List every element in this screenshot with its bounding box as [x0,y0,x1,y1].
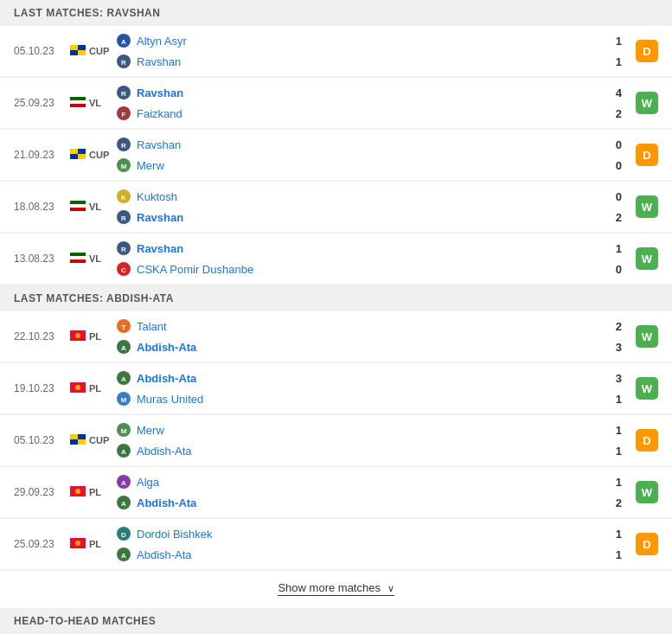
team-logo-away: C [116,261,131,277]
svg-text:M: M [121,163,127,170]
svg-text:A: A [121,375,126,383]
team-logo-away: F [116,106,131,121]
team-row-home[interactable]: A Altyn Asyr [116,31,589,50]
team-row-home[interactable]: A Alga [116,472,589,491]
team-row-home[interactable]: R Ravshan [116,239,589,258]
teams-column: T Talant A Abdish-Ata [116,317,589,356]
team-row-away[interactable]: F Faizkand [116,104,589,123]
chevron-down-icon: ∨ [387,583,394,593]
svg-rect-8 [70,100,86,104]
result-badge: W [636,195,658,218]
team-logo-home: A [116,474,131,490]
scores-column: 0 0 [596,135,622,175]
teams-column: R Ravshan M Merw [116,135,589,175]
match-row: 25.09.23 PL D Dordoi Bishkek A Abdish-At… [0,519,672,571]
team-row-home[interactable]: K Kuktosh [116,187,589,206]
svg-point-42 [75,385,80,390]
team-row-home[interactable]: R Ravshan [116,135,589,154]
league-label: CUP [89,435,109,445]
league-flag-icon [70,45,86,58]
team-row-away[interactable]: C CSKA Pomir Dushanbe [116,259,589,279]
team-name-away[interactable]: Abdish-Ata [137,496,196,509]
team-logo-away: A [116,495,131,510]
team-row-home[interactable]: M Merw [116,420,589,439]
match-row-inner: 21.09.23 CUP R Ravshan M Merw [0,130,672,181]
scores-column: 2 3 [596,317,622,356]
team-row-home[interactable]: R Ravshan [116,83,589,102]
svg-rect-15 [78,154,86,159]
team-name-away[interactable]: CSKA Pomir Dushanbe [137,263,253,276]
team-row-away[interactable]: A Abdish-Ata [116,493,589,512]
score-home: 2 [596,317,622,336]
score-away: 2 [596,493,622,512]
team-name-away[interactable]: Abdish-Ata [137,445,192,458]
svg-rect-16 [70,149,78,154]
team-row-away[interactable]: A Abdish-Ata [116,545,589,564]
match-row: 05.10.23 CUP A Altyn Asyr R Ravshan [0,26,672,78]
team-name-home[interactable]: Ravshan [137,138,181,151]
teams-column: A Alga A Abdish-Ata [116,472,589,512]
team-name-home[interactable]: Ravshan [137,242,183,255]
team-name-home[interactable]: Merw [137,424,164,437]
team-name-home[interactable]: Ravshan [137,86,183,99]
show-more-link[interactable]: Show more matches ∨ [278,581,394,596]
team-name-away[interactable]: Merw [137,159,164,172]
team-row-away[interactable]: A Abdish-Ata [116,337,589,356]
scores-column: 1 2 [596,472,622,512]
team-logo-away: R [116,54,131,69]
league-flag-icon [70,253,86,266]
show-more-container[interactable]: Show more matches ∨ [0,571,672,605]
result-badge: W [636,247,658,270]
team-row-away[interactable]: M Muras United [116,389,589,408]
team-row-home[interactable]: D Dordoi Bishkek [116,524,589,543]
teams-scores: D Dordoi Bishkek A Abdish-Ata 1 1 D [116,524,658,564]
svg-text:A: A [121,344,126,352]
match-date: 25.09.23 [14,97,70,109]
team-row-home[interactable]: T Talant [116,317,589,336]
scores-column: 1 1 [596,31,622,71]
team-row-away[interactable]: R Ravshan [116,52,589,71]
league-label: VL [89,253,101,264]
svg-text:M: M [121,396,127,404]
score-home: 1 [596,31,622,50]
h2h-section-header: HEAD-TO-HEAD MATCHES [0,608,672,634]
ravshan-section-header: LAST MATCHES: RAVSHAN [0,0,672,26]
scores-column: 1 0 [596,239,622,279]
result-badge: D [636,533,658,555]
team-row-away[interactable]: R Ravshan [116,208,589,227]
team-name-away[interactable]: Muras United [137,393,203,406]
team-name-away[interactable]: Abdish-Ata [137,341,196,354]
team-row-away[interactable]: A Abdish-Ata [116,441,589,460]
league-label: PL [89,539,101,549]
team-name-away[interactable]: Abdish-Ata [137,548,192,561]
team-name-home[interactable]: Dordoi Bishkek [137,528,212,541]
team-name-home[interactable]: Kuktosh [137,190,177,203]
match-row-inner: 05.10.23 CUP A Altyn Asyr R Ravshan [0,26,672,77]
svg-text:A: A [121,552,126,560]
team-logo-home: K [116,189,131,204]
svg-text:A: A [121,38,126,46]
match-league: CUP [70,149,109,162]
svg-text:C: C [121,266,126,274]
svg-text:R: R [121,59,126,67]
match-league: VL [70,201,109,214]
svg-rect-30 [70,259,86,263]
match-row: 29.09.23 PL A Alga A Abdish-Ata [0,467,672,519]
team-name-home[interactable]: Altyn Asyr [137,35,187,48]
score-home: 3 [596,368,622,387]
match-row: 25.09.23 VL R Ravshan F Faizkand [0,78,672,130]
score-home: 1 [596,420,622,439]
svg-rect-23 [70,208,86,211]
team-name-home[interactable]: Talant [137,320,167,333]
team-row-home[interactable]: A Abdish-Ata [116,368,589,387]
team-row-away[interactable]: M Merw [116,156,589,175]
score-away: 2 [596,104,622,123]
team-name-home[interactable]: Abdish-Ata [137,372,196,385]
team-name-home[interactable]: Alga [137,476,159,489]
team-name-away[interactable]: Ravshan [137,211,183,224]
team-name-away[interactable]: Faizkand [137,107,182,120]
svg-rect-49 [70,434,78,439]
league-flag-icon [70,149,86,162]
match-row-inner: 13.08.23 VL R Ravshan C CSKA Pomir Dusha… [0,234,672,285]
team-name-away[interactable]: Ravshan [137,55,181,68]
